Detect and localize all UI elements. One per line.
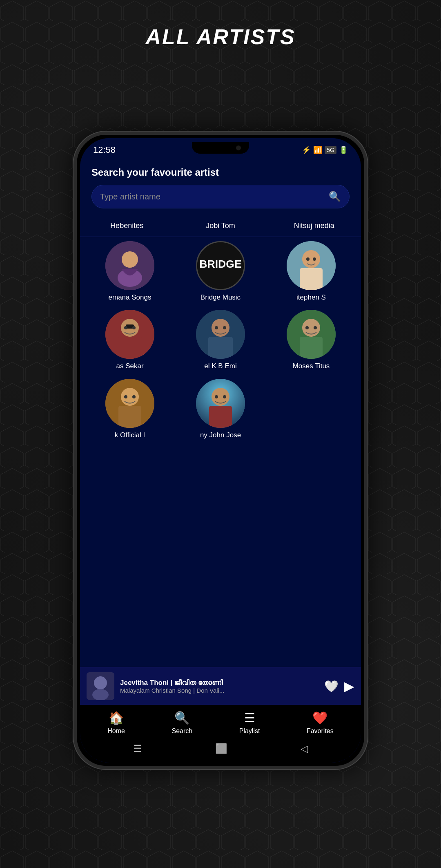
now-playing-actions: 🤍 ▶ — [324, 678, 354, 694]
category-hebenites[interactable]: Hebenites — [80, 218, 174, 233]
svg-point-38 — [94, 676, 107, 689]
category-jobi-tom[interactable]: Jobi Tom — [174, 218, 267, 233]
artist-name: Moses Titus — [293, 362, 330, 370]
bluetooth-icon: ⚡ — [302, 145, 311, 154]
artist-avatar — [105, 310, 154, 359]
svg-point-1 — [122, 251, 138, 268]
network-icon: 5G — [325, 146, 336, 154]
categories-row: Hebenites Jobi Tom Nitsuj media — [80, 215, 361, 237]
main-content: Search your favourite artist Type artist… — [80, 159, 361, 763]
svg-point-31 — [132, 395, 136, 398]
android-menu-button[interactable]: ☰ — [133, 743, 142, 754]
status-time: 12:58 — [93, 145, 116, 155]
artist-name: as Sekar — [116, 362, 143, 370]
artist-avatar — [105, 379, 154, 428]
artist-avatar — [196, 379, 245, 428]
artist-item[interactable]: as Sekar — [87, 310, 173, 370]
search-header: Search your favourite artist Type artist… — [80, 159, 361, 215]
artist-avatar — [196, 310, 245, 359]
artist-name: emana Songs — [109, 293, 151, 302]
now-playing-subtitle: Malayalam Christian Song | Don Vali... — [120, 687, 318, 694]
svg-point-39 — [92, 689, 109, 700]
battery-icon: 🔋 — [339, 145, 348, 154]
svg-point-16 — [132, 326, 136, 329]
favorite-button[interactable]: 🤍 — [324, 680, 339, 693]
svg-point-36 — [223, 395, 226, 398]
artist-avatar — [287, 310, 336, 359]
nav-favorites-label: Favorites — [307, 727, 334, 735]
nav-home[interactable]: 🏠 Home — [107, 711, 125, 735]
svg-rect-24 — [300, 337, 323, 359]
artist-name: el K B Emi — [204, 362, 236, 370]
playlist-icon: ☰ — [244, 711, 255, 725]
search-section-title: Search your favourite artist — [91, 167, 350, 178]
svg-point-26 — [314, 326, 317, 329]
nav-playlist[interactable]: ☰ Playlist — [239, 711, 260, 735]
nav-home-label: Home — [107, 727, 125, 735]
svg-rect-8 — [300, 268, 323, 290]
artist-item[interactable]: emana Songs — [87, 241, 173, 302]
favorites-icon: ❤️ — [312, 711, 327, 725]
svg-rect-13 — [118, 337, 142, 359]
search-input[interactable]: Type artist name — [100, 192, 329, 201]
now-playing-title: Jeevitha Thoni | ജീവിത തോണി — [120, 679, 318, 687]
artist-avatar: BRIDGE — [196, 241, 245, 290]
now-playing-bar[interactable]: Jeevitha Thoni | ജീവിത തോണി Malayalam Ch… — [80, 667, 361, 705]
search-bar[interactable]: Type artist name 🔍 — [91, 185, 350, 208]
home-icon: 🏠 — [109, 711, 124, 725]
nav-search-label: Search — [172, 727, 192, 735]
svg-text:BRIDGE: BRIDGE — [199, 258, 241, 270]
android-back-button[interactable]: ◁ — [301, 743, 308, 754]
nav-search[interactable]: 🔍 Search — [172, 711, 192, 735]
search-icon[interactable]: 🔍 — [329, 191, 341, 202]
artist-item[interactable]: itephen S — [268, 241, 354, 302]
svg-point-9 — [306, 257, 310, 261]
signal-icon: 📶 — [313, 145, 322, 154]
android-home-button[interactable]: ⬜ — [215, 743, 227, 754]
bottom-navigation: 🏠 Home 🔍 Search ☰ Playlist ❤️ Favorites — [80, 705, 361, 739]
category-nitsuj-media[interactable]: Nitsuj media — [267, 218, 361, 233]
svg-point-35 — [215, 395, 218, 398]
svg-point-15 — [124, 326, 127, 329]
svg-point-21 — [223, 326, 226, 329]
nav-favorites[interactable]: ❤️ Favorites — [307, 711, 334, 735]
play-button[interactable]: ▶ — [344, 678, 354, 694]
search-nav-icon: 🔍 — [174, 711, 189, 725]
artist-name: Bridge Music — [200, 293, 241, 302]
artist-name: ny John Jose — [200, 431, 241, 439]
svg-rect-34 — [209, 406, 232, 428]
artist-item[interactable]: ny John Jose — [177, 379, 264, 439]
svg-point-30 — [124, 395, 127, 398]
artists-scroll: emana Songs BRIDGE Bridge — [80, 237, 361, 667]
artist-item[interactable]: BRIDGE Bridge Music — [177, 241, 264, 302]
artist-name: itephen S — [296, 293, 326, 302]
artist-name: k Official I — [115, 431, 145, 439]
page-title: ALL ARTISTS — [0, 25, 441, 49]
artist-avatar — [287, 241, 336, 290]
now-playing-thumbnail — [87, 672, 114, 700]
nav-playlist-label: Playlist — [239, 727, 260, 735]
svg-rect-29 — [118, 406, 141, 428]
artist-item[interactable]: k Official I — [87, 379, 173, 439]
svg-point-25 — [305, 326, 309, 329]
svg-rect-19 — [208, 337, 233, 359]
svg-point-20 — [215, 326, 218, 329]
now-playing-info: Jeevitha Thoni | ജീവിത തോണി Malayalam Ch… — [120, 679, 318, 694]
status-icons: ⚡ 📶 5G 🔋 — [302, 145, 348, 154]
artist-item[interactable]: Moses Titus — [268, 310, 354, 370]
artist-item[interactable]: el K B Emi — [177, 310, 264, 370]
artists-grid: emana Songs BRIDGE Bridge — [87, 241, 354, 439]
artist-avatar — [105, 241, 154, 290]
svg-point-10 — [313, 257, 316, 261]
android-navigation: ☰ ⬜ ◁ — [80, 739, 361, 763]
